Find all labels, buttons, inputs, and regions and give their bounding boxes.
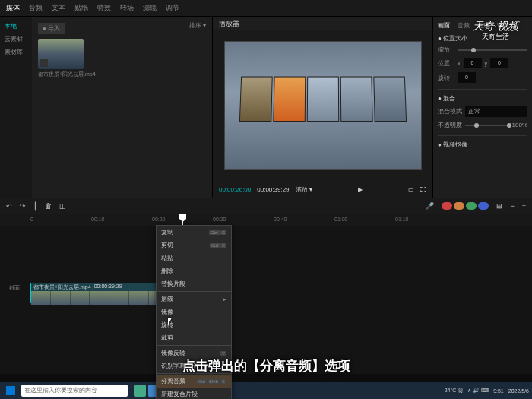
play-button[interactable]: ▶ bbox=[358, 186, 363, 193]
track-color-pills[interactable] bbox=[442, 202, 489, 210]
scale-label: 缩放 bbox=[438, 46, 454, 54]
pos-x-input[interactable]: 0 bbox=[464, 58, 482, 68]
media-panel: 本地 云素材 素材库 ● 导入 排序 ▾ 都市夜景+阳光云层.mp4 bbox=[0, 17, 213, 198]
preview-canvas[interactable] bbox=[224, 41, 422, 170]
delete-icon[interactable]: 🗑 bbox=[45, 202, 52, 210]
preview-photo bbox=[273, 77, 306, 122]
ctx-item-12[interactable]: 新建复合片段 bbox=[157, 388, 231, 399]
windows-taskbar: 在这里输入你要搜索的内容 24°C 阴 ∧ 🔊 ⌨ 9:51 2022/5/6 bbox=[0, 382, 532, 399]
nav-tab-text[interactable]: 文本 bbox=[52, 3, 65, 13]
mic-icon[interactable]: 🎤 bbox=[426, 202, 434, 210]
crop-icon[interactable]: ◫ bbox=[59, 202, 66, 210]
media-thumbnail[interactable] bbox=[38, 39, 84, 69]
task-icon[interactable] bbox=[134, 385, 146, 397]
time-total: 00:00:39:29 bbox=[257, 186, 289, 193]
ctx-item-5[interactable]: 层级▸ bbox=[157, 293, 231, 306]
timeline[interactable]: 0 00:10 00:20 00:30 00:40 01:00 01:10 封面… bbox=[0, 214, 532, 374]
tutorial-subtitle: 点击弹出的【分离音频】选项 bbox=[0, 357, 532, 375]
nav-tab-audio[interactable]: 音频 bbox=[29, 3, 43, 13]
watermark-sub: 天奇生活 bbox=[482, 32, 509, 42]
pos-label: 位置 bbox=[438, 59, 454, 68]
top-nav: 媒体 音频 文本 贴纸 特效 转场 滤镜 调节 bbox=[0, 0, 532, 17]
zoom-in-icon[interactable]: + bbox=[522, 202, 526, 210]
nav-tab-sticker[interactable]: 贴纸 bbox=[74, 3, 88, 13]
media-tab-local[interactable]: 本地 bbox=[3, 20, 29, 33]
timeline-toolbar: ↶ ↷ ⎮ 🗑 ◫ 🎤 ⊞ − + bbox=[0, 198, 532, 214]
ctx-item-8[interactable]: 裁剪 bbox=[157, 331, 231, 344]
props-section-blend: ● 混合 bbox=[438, 89, 527, 103]
opacity-slider[interactable] bbox=[465, 125, 509, 126]
ratio-icon[interactable]: ▭ bbox=[408, 186, 414, 193]
clip-duration: 00:00:39:29 bbox=[94, 283, 122, 291]
opacity-label: 不透明度 bbox=[438, 121, 462, 129]
weather-widget[interactable]: 24°C 阴 bbox=[445, 387, 464, 394]
scale-slider[interactable] bbox=[458, 49, 527, 51]
media-tab-library[interactable]: 素材库 bbox=[3, 46, 29, 59]
props-tab-video[interactable]: 画面 bbox=[438, 21, 450, 30]
time-current: 00:00:26:00 bbox=[219, 186, 251, 193]
preview-photo bbox=[239, 77, 272, 122]
ctx-item-1[interactable]: 剪切CtrlX bbox=[157, 239, 231, 252]
tray-icons[interactable]: ∧ 🔊 ⌨ bbox=[467, 388, 489, 394]
ctx-item-2[interactable]: 粘贴 bbox=[157, 252, 231, 264]
pos-y-input[interactable]: 0 bbox=[490, 58, 508, 68]
track-label: 封面 bbox=[0, 284, 29, 292]
blend-mode-dropdown[interactable]: 正常 bbox=[465, 106, 527, 117]
nav-tab-filter[interactable]: 滤镜 bbox=[143, 3, 157, 13]
preview-photo bbox=[373, 77, 407, 122]
props-tab-audio[interactable]: 音频 bbox=[458, 21, 470, 30]
split-icon[interactable]: ⎮ bbox=[33, 202, 37, 210]
timeline-ruler[interactable]: 0 00:10 00:20 00:30 00:40 01:00 01:10 bbox=[0, 214, 532, 226]
ctx-item-0[interactable]: 复制CtrlC bbox=[157, 226, 231, 239]
preview-panel: 播放器 00:00:26:00 00:00:39:29 缩放 ▾ ▶ ▭ ⛶ bbox=[213, 17, 433, 198]
rot-label: 旋转 bbox=[438, 74, 454, 82]
media-tab-cloud[interactable]: 云素材 bbox=[3, 33, 29, 46]
props-section-mask: ● 视频抠像 bbox=[438, 135, 527, 149]
zoom-out-icon[interactable]: − bbox=[510, 202, 514, 210]
nav-tab-effect[interactable]: 特效 bbox=[97, 3, 111, 13]
tray-date[interactable]: 2022/5/6 bbox=[508, 388, 529, 394]
scale-dropdown[interactable]: 缩放 ▾ bbox=[296, 185, 312, 194]
cursor-icon bbox=[168, 318, 176, 328]
nav-tab-transition[interactable]: 转场 bbox=[120, 3, 134, 13]
media-thumb-label: 都市夜景+阳光云层.mp4 bbox=[38, 71, 206, 78]
sort-dropdown[interactable]: 排序 ▾ bbox=[189, 21, 206, 30]
import-button[interactable]: ● 导入 bbox=[38, 23, 65, 34]
nav-tab-adjust[interactable]: 调节 bbox=[166, 3, 179, 13]
ctx-item-11[interactable]: 分离音频CtrlShiftS bbox=[157, 375, 231, 388]
nav-tab-media[interactable]: 媒体 bbox=[6, 3, 20, 13]
undo-icon[interactable]: ↶ bbox=[6, 202, 12, 210]
fullscreen-icon[interactable]: ⛶ bbox=[420, 186, 426, 193]
tray-time[interactable]: 9:51 bbox=[493, 388, 504, 394]
properties-panel: 画面 音频 变速 调节 ● 位置大小 缩放 位置 x0 y0 旋转 0 ● 混合… bbox=[433, 17, 532, 198]
clip-title: 都市夜景+阳光云层.mp4 bbox=[33, 283, 91, 291]
opacity-value: 100% bbox=[512, 122, 527, 128]
snap-icon[interactable]: ⊞ bbox=[496, 202, 502, 210]
blend-mode-label: 混合模式 bbox=[438, 107, 462, 116]
ctx-item-3[interactable]: 删除 bbox=[157, 264, 231, 277]
ctx-item-6[interactable]: 镜像 bbox=[157, 306, 231, 318]
redo-icon[interactable]: ↷ bbox=[20, 202, 26, 210]
start-button[interactable] bbox=[3, 384, 18, 397]
preview-title: 播放器 bbox=[213, 17, 432, 30]
preview-photo bbox=[340, 77, 372, 122]
preview-photo bbox=[306, 77, 338, 122]
ctx-item-4[interactable]: 替换片段 bbox=[157, 277, 231, 290]
rot-input[interactable]: 0 bbox=[458, 72, 476, 83]
taskbar-search[interactable]: 在这里输入你要搜索的内容 bbox=[21, 385, 128, 397]
